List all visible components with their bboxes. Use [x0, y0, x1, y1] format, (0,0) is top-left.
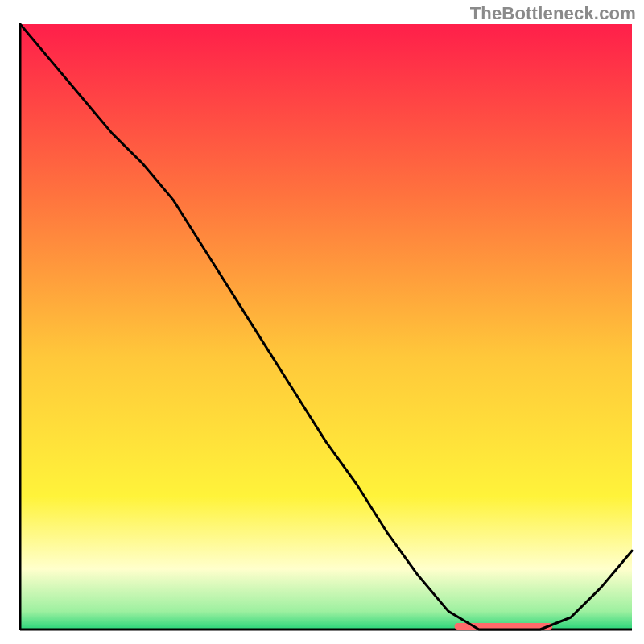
bottleneck-chart — [0, 0, 644, 644]
chart-container: TheBottleneck.com — [0, 0, 644, 644]
gradient-background — [20, 24, 632, 630]
plot-area — [20, 24, 632, 630]
